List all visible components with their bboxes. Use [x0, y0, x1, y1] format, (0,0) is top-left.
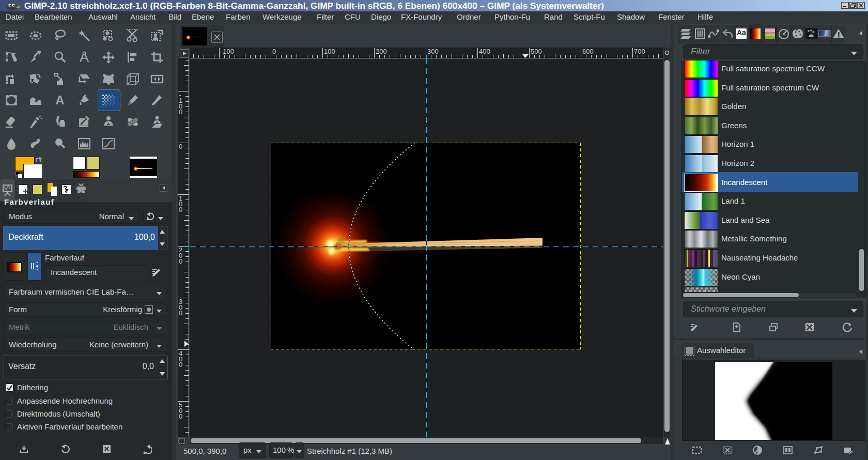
- svg-text:200: 200: [376, 48, 387, 55]
- svg-text:0: 0: [179, 206, 182, 213]
- svg-text:0: 0: [272, 48, 276, 55]
- svg-text:600: 600: [582, 48, 594, 55]
- svg-text:400: 400: [479, 48, 490, 55]
- svg-text:-100: -100: [221, 48, 234, 55]
- svg-text:0: 0: [179, 412, 182, 420]
- svg-text:500: 500: [531, 48, 542, 55]
- svg-text:0: 0: [179, 143, 182, 150]
- svg-text:0: 0: [179, 361, 182, 369]
- svg-text:0: 0: [179, 257, 182, 265]
- svg-text:A: A: [55, 94, 64, 107]
- svg-text:0: 0: [179, 108, 182, 116]
- svg-text:0: 0: [179, 309, 182, 317]
- svg-text:300: 300: [427, 48, 439, 55]
- svg-text:700: 700: [634, 48, 645, 55]
- svg-text:100: 100: [324, 48, 335, 55]
